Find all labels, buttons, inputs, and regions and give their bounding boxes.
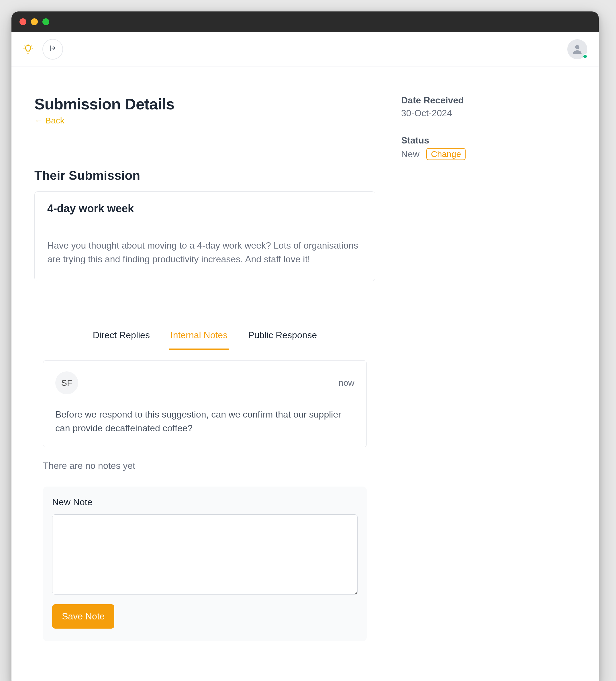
presence-indicator <box>583 54 587 59</box>
submission-body: Have you thought about moving to a 4-day… <box>35 226 375 281</box>
sidebar-collapse-button[interactable] <box>42 39 63 59</box>
window-close-button[interactable] <box>20 18 26 25</box>
note-timestamp: now <box>339 378 354 388</box>
date-received-value: 30-Oct-2024 <box>401 108 576 119</box>
window-titlebar <box>11 11 599 32</box>
empty-notes-message: There are no notes yet <box>43 460 367 471</box>
tab-direct-replies[interactable]: Direct Replies <box>92 324 151 350</box>
app-window: Submission Details ← Back Their Submissi… <box>11 11 599 681</box>
tab-internal-notes[interactable]: Internal Notes <box>169 324 229 350</box>
user-menu[interactable] <box>567 39 587 59</box>
status-value: New <box>401 149 419 159</box>
new-note-label: New Note <box>52 497 358 507</box>
response-tabs: Direct Replies Internal Notes Public Res… <box>83 324 327 350</box>
note-author-avatar: SF <box>55 372 78 394</box>
submission-title: 4-day work week <box>47 202 363 215</box>
submission-card: 4-day work week Have you thought about m… <box>34 191 375 281</box>
status-label: Status <box>401 135 576 146</box>
lightbulb-icon <box>23 44 33 54</box>
app-header <box>11 32 599 67</box>
new-note-textarea[interactable] <box>52 514 358 595</box>
page-title: Submission Details <box>34 95 375 113</box>
change-status-button[interactable]: Change <box>426 148 466 160</box>
window-minimize-button[interactable] <box>31 18 38 25</box>
tab-public-response[interactable]: Public Response <box>247 324 318 350</box>
new-note-panel: New Note Save Note <box>43 486 367 641</box>
save-note-button[interactable]: Save Note <box>52 604 114 629</box>
date-received-label: Date Received <box>401 95 576 106</box>
window-maximize-button[interactable] <box>42 18 49 25</box>
note-card: SF now Before we respond to this suggest… <box>43 360 367 447</box>
their-submission-heading: Their Submission <box>34 168 375 183</box>
svg-point-7 <box>575 45 580 49</box>
traffic-lights <box>20 18 49 25</box>
note-body: Before we respond to this suggestion, ca… <box>55 407 354 435</box>
arrow-left-icon: ← <box>34 116 43 125</box>
collapse-icon <box>49 44 57 54</box>
back-link-label: Back <box>45 116 65 125</box>
back-link[interactable]: ← Back <box>34 116 65 125</box>
